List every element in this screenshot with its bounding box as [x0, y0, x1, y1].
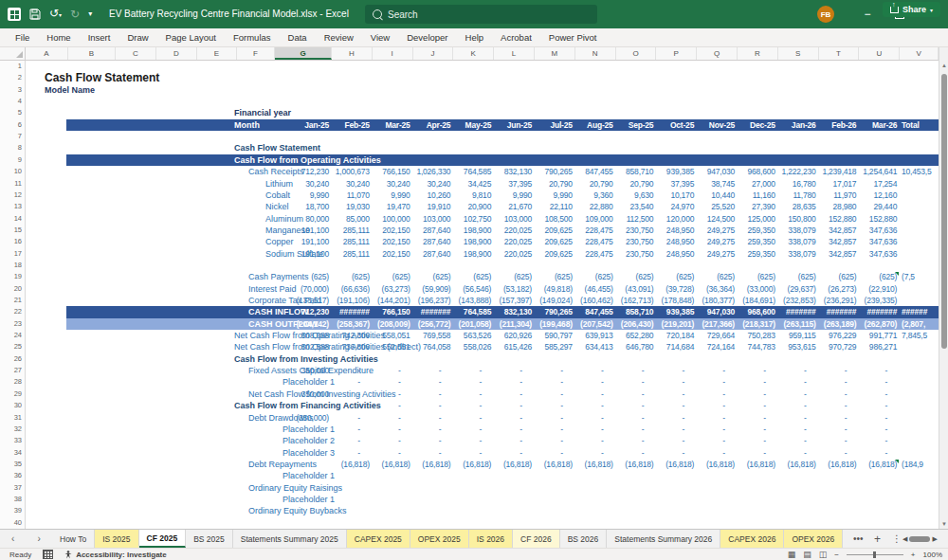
row-header-15[interactable]: 15 [0, 225, 22, 236]
cell-r12-c6[interactable]: 9,990 [535, 190, 575, 201]
row-header-17[interactable]: 17 [0, 248, 22, 260]
cell-r14-c14[interactable]: 152,880 [859, 213, 900, 225]
cell-r23-c0[interactable]: (204,142) [275, 318, 332, 330]
cell-r29-c12[interactable]: - [778, 388, 819, 400]
cell-r21-c8[interactable]: (162,713) [616, 295, 657, 306]
row-header-14[interactable]: 14 [0, 213, 22, 225]
row-header-23[interactable]: 23 [0, 318, 22, 330]
cell-r32-c8[interactable]: - [616, 424, 657, 435]
cell-r29-c5[interactable]: - [494, 388, 535, 400]
cell-r27-c8[interactable]: - [616, 365, 657, 376]
cell-r20-c6[interactable]: (49,818) [535, 283, 575, 295]
cell-r25-c13[interactable]: 970,729 [819, 341, 860, 352]
cell-r34-c1[interactable]: - [332, 447, 373, 459]
cell-r31-c3[interactable]: - [413, 412, 454, 424]
cell-r10-c14[interactable]: 1,254,641 [859, 166, 900, 177]
menu-tab-view[interactable]: View [363, 28, 397, 46]
cell-r17-c0[interactable]: 191,100 [275, 248, 332, 260]
cell-r20-c9[interactable]: (39,728) [656, 283, 697, 295]
sheet-options-icon[interactable]: ⋮ [892, 530, 902, 548]
cell-r27-c10[interactable]: - [697, 365, 738, 376]
row-header-26[interactable]: 26 [0, 353, 22, 365]
cell-r30-c11[interactable]: - [738, 400, 778, 411]
cell-r33-c9[interactable]: - [656, 435, 697, 446]
cell-r6-c8[interactable]: Sep-25 [616, 119, 657, 131]
cell-r35-c12[interactable]: (16,818) [778, 459, 819, 470]
menu-tab-draw[interactable]: Draw [119, 28, 155, 46]
cell-r16-c2[interactable]: 202,150 [373, 236, 413, 247]
column-header-H[interactable]: H [332, 47, 373, 60]
cell-r10-c6[interactable]: 790,265 [535, 166, 575, 177]
cell-r32-c14[interactable]: - [859, 424, 900, 435]
cell-r25-c3[interactable]: 764,058 [413, 341, 454, 352]
cell-r13-c8[interactable]: 23,540 [616, 201, 657, 212]
cell-r24-c0[interactable]: 508,088 [275, 330, 332, 341]
column-header-K[interactable]: K [453, 47, 494, 60]
cell-r19-c10[interactable]: (625) [697, 271, 738, 282]
cell-r31-c13[interactable]: - [819, 412, 860, 424]
row-header-35[interactable]: 35 [0, 459, 22, 470]
cell-r15-c8[interactable]: 230,750 [616, 225, 657, 236]
cell-r13-c6[interactable]: 22,110 [535, 201, 575, 212]
cell-r34-c3[interactable]: - [413, 447, 454, 459]
horizontal-scrollbar[interactable]: ◀ ▶ [902, 533, 946, 545]
cell-r20-c2[interactable]: (63,273) [373, 283, 413, 295]
cell-r22-c15[interactable]: ###### [901, 306, 939, 317]
horizontal-scroll-thumb[interactable] [909, 536, 930, 542]
cell-r28-c5[interactable]: - [494, 376, 535, 388]
cell-r15-c10[interactable]: 249,275 [697, 225, 738, 236]
cell-r14-c12[interactable]: 150,800 [778, 213, 819, 225]
cell-r13-c4[interactable]: 20,900 [453, 201, 494, 212]
cell-r22-c14[interactable]: ####### [859, 306, 900, 317]
cell-r19-c4[interactable]: (625) [453, 271, 494, 282]
cell-r12-c9[interactable]: 10,170 [656, 190, 697, 201]
cell-r6-c14[interactable]: Mar-26 [859, 119, 900, 131]
cell-r17-c10[interactable]: 249,275 [697, 248, 738, 260]
cell-r6-c6[interactable]: Jul-25 [535, 119, 575, 131]
row-header-3[interactable]: 3 [0, 84, 22, 96]
cell-r21-c5[interactable]: (157,397) [494, 295, 535, 306]
cell-r34-c7[interactable]: - [575, 447, 616, 459]
row-header-39[interactable]: 39 [0, 505, 22, 516]
row-label-r26[interactable]: Cash Flow from Investing Activities [234, 353, 378, 365]
cell-r27-c12[interactable]: - [778, 365, 819, 376]
cell-r22-c1[interactable]: ####### [332, 306, 373, 317]
cell-r34-c13[interactable]: - [819, 447, 860, 459]
cell-r11-c12[interactable]: 16,780 [778, 178, 819, 190]
cell-r13-c10[interactable]: 25,520 [697, 201, 738, 212]
row-header-8[interactable]: 8 [0, 142, 22, 154]
sheet-tab-opex-2025[interactable]: OPEX 2025 [410, 530, 469, 548]
cell-r15-c11[interactable]: 259,350 [738, 225, 778, 236]
menu-tab-file[interactable]: File [8, 28, 37, 46]
cell-r24-c8[interactable]: 652,280 [616, 330, 657, 341]
cell-r12-c5[interactable]: 9,990 [494, 190, 535, 201]
cell-r28-c3[interactable]: - [413, 376, 454, 388]
cell-r30-c10[interactable]: - [697, 400, 738, 411]
cell-r10-c11[interactable]: 968,600 [738, 166, 778, 177]
cell-r21-c4[interactable]: (143,888) [453, 295, 494, 306]
cell-r22-c13[interactable]: ####### [819, 306, 860, 317]
cell-r25-c7[interactable]: 634,413 [575, 341, 616, 352]
cell-r35-c4[interactable]: (16,818) [453, 459, 494, 470]
cell-r6-c0[interactable]: Jan-25 [275, 119, 332, 131]
cell-r6-c2[interactable]: Mar-25 [373, 119, 413, 131]
cell-r6-c4[interactable]: May-25 [453, 119, 494, 131]
cell-r19-c7[interactable]: (625) [575, 271, 616, 282]
cell-r19-c3[interactable]: (625) [413, 271, 454, 282]
cell-r23-c13[interactable]: (263,189) [819, 318, 860, 330]
cell-r25-c6[interactable]: 585,297 [535, 341, 575, 352]
cell-r15-c9[interactable]: 248,950 [656, 225, 697, 236]
cell-r25-c4[interactable]: 558,026 [453, 341, 494, 352]
cell-r22-c3[interactable]: ####### [413, 306, 454, 317]
cell-r12-c0[interactable]: 9,990 [275, 190, 332, 201]
column-header-G[interactable]: G [275, 47, 332, 60]
row-label-r37[interactable]: Ordinary Equity Raisings [248, 482, 342, 494]
menu-tab-power-pivot[interactable]: Power Pivot [541, 28, 605, 46]
cell-r20-c14[interactable]: (22,910) [859, 283, 900, 295]
column-header-B[interactable]: B [68, 47, 116, 60]
row-label-r9[interactable]: Cash Flow from Operating Activities [234, 154, 381, 166]
cell-r16-c11[interactable]: 259,350 [738, 236, 778, 247]
cell-r27-c3[interactable]: - [413, 365, 454, 376]
cell-r11-c14[interactable]: 17,254 [859, 178, 900, 190]
cell-r27-c13[interactable]: - [819, 365, 860, 376]
